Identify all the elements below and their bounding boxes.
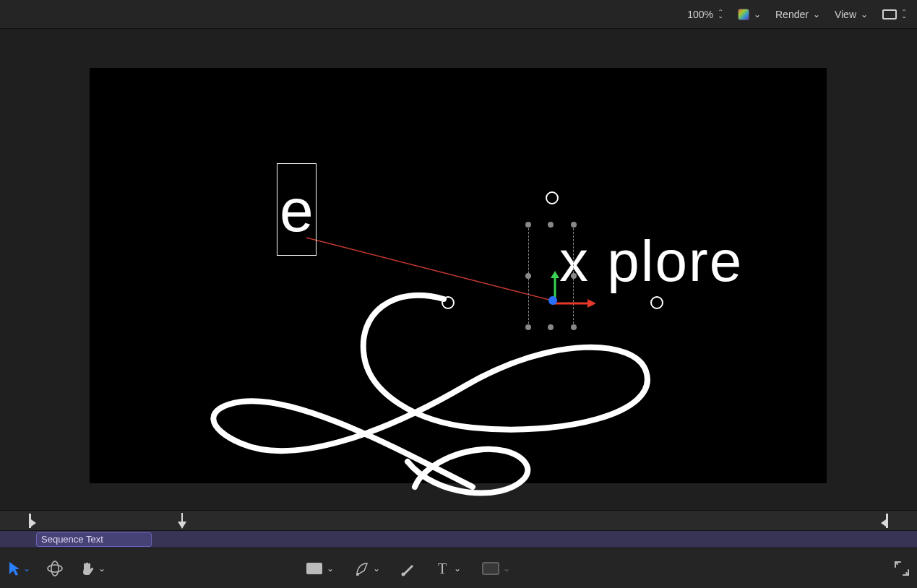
chevron-down-icon: ⌄ xyxy=(503,563,510,574)
svg-marker-4 xyxy=(587,299,596,308)
pan-tool[interactable]: ⌄ xyxy=(79,561,106,576)
glyph-e[interactable]: e xyxy=(280,180,314,241)
render-menu[interactable]: Render ⌄ xyxy=(775,9,820,20)
stepper-icon xyxy=(718,9,723,19)
aspect-icon xyxy=(882,9,897,20)
hand-icon xyxy=(79,561,95,576)
shape-tool[interactable]: ⌄ xyxy=(305,561,334,576)
chevron-down-icon: ⌄ xyxy=(813,9,820,20)
brush-icon xyxy=(400,561,416,576)
chevron-down-icon: ⌄ xyxy=(373,563,380,574)
stepper-icon xyxy=(901,9,907,19)
rectangle-icon xyxy=(305,561,324,576)
text-icon: T xyxy=(436,561,451,576)
svg-point-5 xyxy=(48,565,62,572)
paint-tool[interactable] xyxy=(400,561,416,576)
color-swatch-icon xyxy=(738,9,749,20)
glyph-xplore[interactable]: x plore xyxy=(559,233,743,290)
zoom-value: 100% xyxy=(687,9,713,20)
pen-tool[interactable]: ⌄ xyxy=(354,561,380,576)
render-label: Render xyxy=(775,9,809,20)
color-channel-menu[interactable]: ⌄ xyxy=(738,9,761,20)
mask-rect-icon xyxy=(481,561,500,576)
canvas-toolbar-bottom: ⌄ ⌄ ⌄ ⌄ T ⌄ ⌄ xyxy=(0,548,917,588)
mini-timeline-behavior-track: Sequence Text xyxy=(0,530,917,548)
chevron-down-icon: ⌄ xyxy=(327,563,334,574)
playhead[interactable] xyxy=(177,513,187,529)
in-marker-icon[interactable] xyxy=(29,514,36,530)
anchor-point-icon[interactable] xyxy=(548,296,557,305)
expand-viewer[interactable] xyxy=(894,561,910,576)
zoom-control[interactable]: 100% xyxy=(687,9,723,20)
chevron-down-icon: ⌄ xyxy=(23,563,30,574)
canvas[interactable]: e x plore xyxy=(90,68,827,483)
path-control-circle[interactable] xyxy=(650,296,663,309)
chevron-down-icon: ⌄ xyxy=(754,9,761,20)
pen-icon xyxy=(354,561,370,576)
path-control-circle[interactable] xyxy=(442,296,455,309)
behavior-clip-label: Sequence Text xyxy=(41,534,103,545)
chevron-down-icon: ⌄ xyxy=(861,9,868,20)
arrow-cursor-icon xyxy=(7,561,20,576)
svg-text:T: T xyxy=(438,561,447,576)
svg-point-6 xyxy=(51,561,59,576)
chevron-down-icon: ⌄ xyxy=(98,563,106,574)
aspect-menu[interactable] xyxy=(882,9,907,20)
out-marker-icon[interactable] xyxy=(881,514,888,530)
svg-point-9 xyxy=(402,572,405,576)
x-axis-arrow-icon[interactable] xyxy=(553,298,596,308)
swirl-ornament xyxy=(198,285,675,516)
path-control-circle[interactable] xyxy=(546,191,559,204)
orbit-icon xyxy=(46,560,64,577)
mini-timeline-ruler[interactable] xyxy=(0,510,917,530)
center-tool-group: ⌄ ⌄ T ⌄ ⌄ xyxy=(305,561,510,576)
behavior-clip[interactable]: Sequence Text xyxy=(36,532,152,547)
svg-rect-7 xyxy=(306,563,322,574)
view-label: View xyxy=(835,9,856,20)
mask-tool[interactable]: ⌄ xyxy=(481,561,510,576)
select-tool[interactable]: ⌄ xyxy=(7,561,30,576)
svg-point-8 xyxy=(356,573,359,576)
viewer-area: e x plore xyxy=(0,29,917,510)
expand-arrows-icon xyxy=(894,561,910,576)
svg-rect-11 xyxy=(483,563,499,574)
chevron-down-icon: ⌄ xyxy=(454,563,461,574)
view-menu[interactable]: View ⌄ xyxy=(835,9,868,20)
viewer-toolbar-top: 100% ⌄ Render ⌄ View ⌄ xyxy=(0,0,917,29)
svg-marker-2 xyxy=(551,271,559,278)
3d-transform-tool[interactable] xyxy=(46,560,64,577)
text-tool[interactable]: T ⌄ xyxy=(436,561,461,576)
